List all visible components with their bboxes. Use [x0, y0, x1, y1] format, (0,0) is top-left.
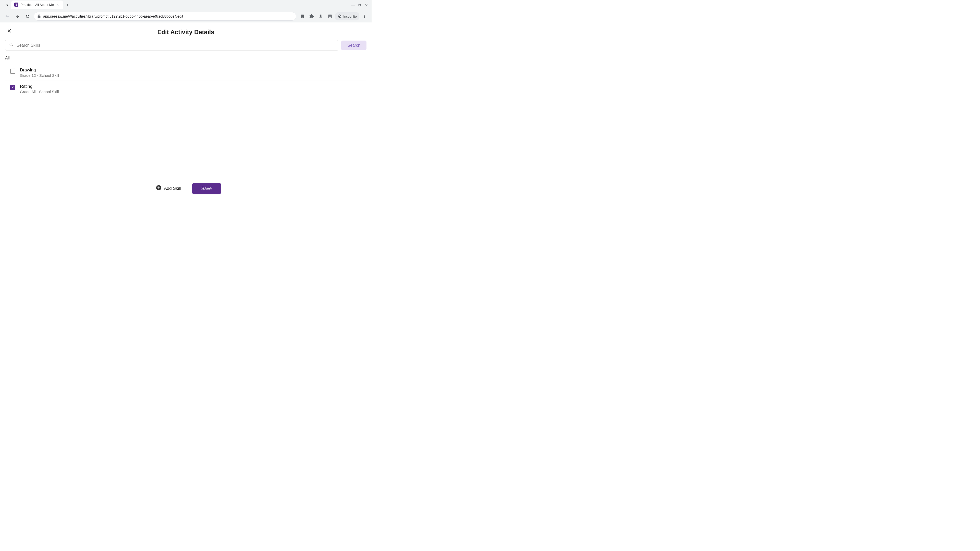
download-button[interactable]	[317, 12, 325, 21]
drawing-skill-name: Drawing	[20, 68, 59, 73]
search-icon	[9, 42, 14, 48]
page-footer: Add Skill Save	[0, 178, 372, 199]
toolbar-icons: Incognito	[298, 12, 369, 21]
skills-list: Drawing Grade 12 - School Skill Rating G…	[5, 65, 366, 97]
page-content: ✕ Edit Activity Details Search All	[0, 22, 372, 199]
close-window-button[interactable]: ✕	[364, 3, 369, 7]
tab-dropdown-btn[interactable]: ▾	[3, 1, 11, 9]
tab-favicon: S	[14, 3, 18, 6]
bookmark-button[interactable]	[298, 12, 307, 21]
rating-skill-name: Rating	[20, 84, 59, 89]
forward-button[interactable]	[13, 12, 21, 21]
rating-skill-subtitle: Grade All - School Skill	[20, 89, 59, 94]
rating-checkbox-wrapper[interactable]	[10, 85, 16, 91]
page-header: ✕ Edit Activity Details	[0, 22, 372, 40]
minimize-button[interactable]: —	[351, 3, 355, 7]
search-button[interactable]: Search	[341, 41, 366, 50]
search-input-wrapper[interactable]	[5, 40, 338, 51]
extensions-button[interactable]	[307, 12, 316, 21]
drawing-skill-subtitle: Grade 12 - School Skill	[20, 73, 59, 78]
add-skill-icon	[156, 185, 162, 192]
tab-title: Practice - All About Me	[21, 3, 54, 6]
main-content: Search All Drawing Grade 12 - School Ski…	[0, 40, 372, 178]
splitscreen-button[interactable]	[326, 12, 334, 21]
rating-skill-info: Rating Grade All - School Skill	[20, 84, 59, 94]
add-skill-label: Add Skill	[164, 186, 181, 191]
search-input[interactable]	[17, 43, 334, 48]
search-section: Search	[5, 40, 366, 51]
incognito-badge[interactable]: Incognito	[335, 12, 360, 21]
title-bar: ▾ S Practice - All About Me × + — ⧉ ✕	[0, 0, 372, 10]
page-title: Edit Activity Details	[157, 29, 214, 36]
save-button[interactable]: Save	[192, 183, 221, 194]
close-dialog-button[interactable]: ✕	[5, 27, 13, 35]
reload-button[interactable]	[24, 12, 32, 21]
rating-checkbox[interactable]	[10, 85, 15, 90]
incognito-label: Incognito	[343, 14, 357, 18]
drawing-checkbox-wrapper[interactable]	[10, 68, 16, 74]
new-tab-button[interactable]: +	[64, 2, 71, 9]
window-controls: — ⧉ ✕	[351, 3, 369, 7]
add-skill-button[interactable]: Add Skill	[151, 182, 186, 195]
drawing-skill-info: Drawing Grade 12 - School Skill	[20, 68, 59, 78]
address-bar[interactable]: app.seesaw.me/#/activities/library/promp…	[34, 12, 296, 21]
browser-chrome: ▾ S Practice - All About Me × + — ⧉ ✕	[0, 0, 372, 22]
url-text: app.seesaw.me/#/activities/library/promp…	[43, 14, 293, 18]
menu-button[interactable]	[360, 12, 369, 21]
toolbar: app.seesaw.me/#/activities/library/promp…	[0, 10, 372, 22]
back-button[interactable]	[3, 12, 11, 21]
active-tab[interactable]: S Practice - All About Me ×	[11, 0, 63, 9]
drawing-checkbox[interactable]	[10, 68, 15, 74]
tab-close-button[interactable]: ×	[56, 3, 60, 6]
section-label: All	[5, 56, 366, 60]
list-item: Rating Grade All - School Skill	[5, 81, 366, 97]
list-item: Drawing Grade 12 - School Skill	[5, 65, 366, 81]
maximize-button[interactable]: ⧉	[357, 3, 362, 7]
lock-icon	[37, 14, 41, 18]
